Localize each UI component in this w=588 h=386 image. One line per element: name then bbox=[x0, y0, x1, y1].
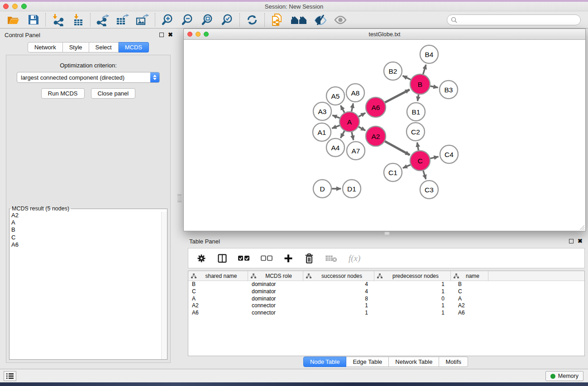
save-session-button[interactable] bbox=[26, 13, 40, 27]
graph-node-C1[interactable]: C1 bbox=[384, 163, 402, 181]
tab-network[interactable]: Network bbox=[28, 42, 63, 52]
toggle-graphics-details-button[interactable] bbox=[314, 13, 327, 27]
result-item[interactable]: B bbox=[10, 226, 167, 234]
copy-network-button[interactable] bbox=[270, 13, 284, 27]
import-network-button[interactable] bbox=[51, 13, 65, 27]
column-header-name[interactable]: name bbox=[451, 271, 488, 281]
table-tab-motifs[interactable]: Motifs bbox=[439, 357, 468, 367]
tab-select[interactable]: Select bbox=[89, 42, 119, 52]
column-header-MCDS-role[interactable]: MCDS role bbox=[248, 271, 303, 281]
optimization-criterion-select[interactable]: largest connected component (directed) bbox=[17, 72, 160, 83]
graph-node-C4[interactable]: C4 bbox=[440, 145, 458, 163]
search-input[interactable] bbox=[459, 17, 577, 23]
delete-column-button[interactable] bbox=[304, 253, 314, 264]
graph-edge-A-A2[interactable] bbox=[359, 127, 365, 130]
table-row[interactable]: A2connector11A2 bbox=[188, 302, 584, 310]
table-cell[interactable]: connector bbox=[248, 310, 303, 317]
zoom-in-button[interactable] bbox=[161, 13, 174, 27]
graph-node-A8[interactable]: A8 bbox=[346, 84, 364, 102]
graph-edge-A-A6[interactable] bbox=[359, 113, 365, 117]
graph-node-A3[interactable]: A3 bbox=[313, 102, 331, 120]
graph-edge-A-A3[interactable] bbox=[332, 115, 339, 118]
result-scrollbar[interactable] bbox=[161, 212, 167, 359]
graph-edge-B-B2[interactable] bbox=[403, 76, 411, 80]
network-canvas[interactable]: B4B2BB3A5A8A6A3B1AA1C2A2A4A7C4CC1C3DD1 bbox=[184, 40, 585, 231]
export-image-button[interactable] bbox=[136, 13, 149, 27]
table-row[interactable]: Cdominator41C bbox=[188, 288, 584, 295]
table-cell[interactable]: A2 bbox=[188, 302, 248, 310]
table-cell[interactable]: B bbox=[188, 281, 248, 288]
open-session-button[interactable] bbox=[6, 13, 20, 27]
column-header-successor-nodes[interactable]: successor nodes bbox=[303, 271, 374, 281]
table-cell[interactable]: A6 bbox=[451, 310, 488, 317]
table-cell[interactable]: A bbox=[188, 295, 248, 303]
table-cell[interactable]: C bbox=[188, 288, 248, 295]
export-table-button[interactable] bbox=[116, 13, 129, 27]
graph-node-C[interactable]: C bbox=[410, 151, 430, 171]
graph-edge-B-B1[interactable] bbox=[418, 95, 419, 101]
graph-edge-A6-B[interactable] bbox=[385, 90, 410, 102]
float-table-panel-icon[interactable] bbox=[569, 239, 574, 243]
graph-node-A6[interactable]: A6 bbox=[366, 97, 386, 117]
close-table-panel-icon[interactable]: ✖ bbox=[578, 239, 583, 243]
float-panel-icon[interactable] bbox=[159, 33, 164, 37]
graph-node-B[interactable]: B bbox=[410, 74, 430, 94]
zoom-out-button[interactable] bbox=[181, 13, 194, 27]
column-header-shared-name[interactable]: shared name bbox=[188, 271, 248, 281]
table-cell[interactable]: 0 bbox=[374, 295, 451, 303]
select-all-button[interactable] bbox=[238, 255, 250, 262]
graph-node-D1[interactable]: D1 bbox=[343, 180, 361, 198]
graph-edge-B-B3[interactable] bbox=[430, 86, 438, 87]
table-cell[interactable]: dominator bbox=[248, 288, 303, 295]
graph-node-A[interactable]: A bbox=[339, 112, 359, 132]
show-columns-button[interactable] bbox=[217, 253, 227, 263]
vertical-splitter-handle[interactable] bbox=[177, 194, 182, 202]
refresh-button[interactable] bbox=[245, 13, 259, 27]
add-column-button[interactable] bbox=[283, 253, 293, 263]
graph-edge-B-B4[interactable] bbox=[423, 65, 426, 74]
tab-style[interactable]: Style bbox=[63, 42, 89, 52]
close-panel-icon[interactable]: ✖ bbox=[168, 33, 173, 37]
graph-edge-A-A5[interactable] bbox=[340, 105, 344, 113]
graph-edge-C-C3[interactable] bbox=[423, 171, 426, 179]
table-cell[interactable]: 1 bbox=[374, 302, 451, 310]
graph-node-A7[interactable]: A7 bbox=[347, 142, 365, 160]
close-panel-button[interactable]: Close panel bbox=[91, 88, 136, 99]
graph-node-B3[interactable]: B3 bbox=[440, 81, 458, 99]
run-mcds-button[interactable]: Run MCDS bbox=[41, 88, 85, 99]
graph-node-A1[interactable]: A1 bbox=[313, 123, 331, 141]
table-cell[interactable]: 1 bbox=[303, 310, 374, 317]
table-cell[interactable]: A2 bbox=[451, 302, 488, 310]
graph-node-A2[interactable]: A2 bbox=[366, 126, 386, 146]
function-builder-button[interactable]: f(x) bbox=[349, 253, 360, 263]
table-tab-edge-table[interactable]: Edge Table bbox=[346, 357, 389, 367]
table-cell[interactable]: A6 bbox=[188, 310, 248, 317]
zoom-selected-button[interactable] bbox=[220, 13, 234, 27]
table-cell[interactable]: A bbox=[451, 295, 488, 303]
table-cell[interactable]: 1 bbox=[374, 281, 451, 288]
graph-edge-C-C1[interactable] bbox=[403, 165, 411, 168]
import-table-button[interactable] bbox=[71, 13, 85, 27]
search-field[interactable] bbox=[447, 14, 581, 25]
table-row[interactable]: Adominator80A bbox=[188, 295, 584, 303]
table-cell[interactable]: 4 bbox=[303, 288, 374, 295]
graph-node-B4[interactable]: B4 bbox=[420, 45, 438, 63]
graph-edge-C-C4[interactable] bbox=[430, 157, 438, 158]
task-history-button[interactable] bbox=[4, 371, 16, 381]
table-cell[interactable]: 1 bbox=[374, 288, 451, 295]
unselect-all-button[interactable] bbox=[261, 255, 272, 262]
graph-node-A4[interactable]: A4 bbox=[326, 138, 344, 157]
graph-node-C3[interactable]: C3 bbox=[420, 181, 438, 199]
graph-edge-C-C2[interactable] bbox=[417, 143, 419, 151]
table-tab-network-table[interactable]: Network Table bbox=[389, 357, 439, 367]
tab-mcds[interactable]: MCDS bbox=[119, 42, 149, 52]
table-cell[interactable]: C bbox=[451, 288, 488, 295]
show-hide-button[interactable] bbox=[334, 13, 347, 27]
result-item[interactable]: C bbox=[10, 234, 167, 241]
table-cell[interactable]: 4 bbox=[303, 281, 374, 288]
table-cell[interactable]: dominator bbox=[248, 295, 303, 303]
table-cell[interactable]: 1 bbox=[303, 302, 374, 310]
zoom-fit-button[interactable] bbox=[201, 13, 214, 27]
export-network-button[interactable] bbox=[96, 13, 110, 27]
birds-eye-view-button[interactable] bbox=[290, 13, 307, 27]
